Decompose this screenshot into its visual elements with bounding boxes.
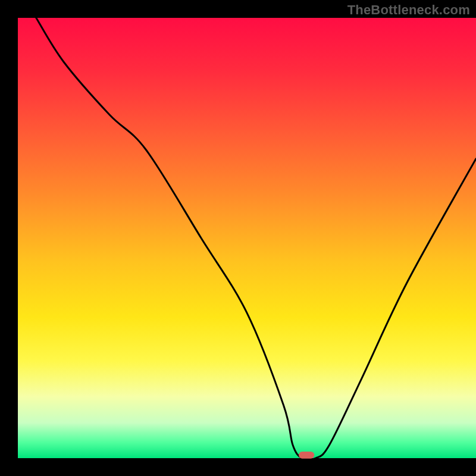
plot-background bbox=[18, 18, 476, 458]
chart-svg bbox=[0, 0, 476, 476]
bottleneck-chart: TheBottleneck.com bbox=[0, 0, 476, 476]
watermark-text: TheBottleneck.com bbox=[347, 2, 470, 18]
optimal-marker bbox=[299, 452, 314, 459]
